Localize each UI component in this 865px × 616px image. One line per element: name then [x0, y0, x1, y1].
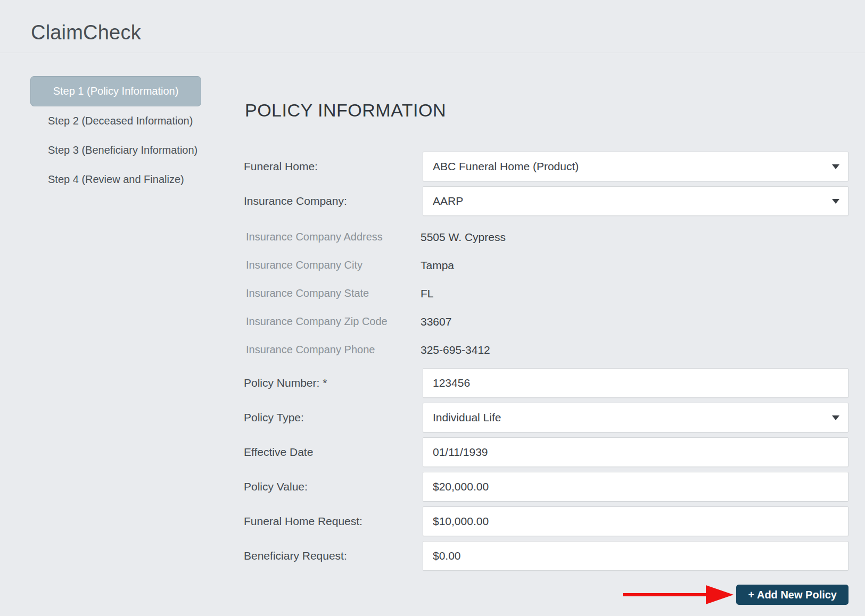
add-new-policy-button[interactable]: + Add New Policy	[736, 585, 848, 605]
sidebar-item-step-1[interactable]: Step 1 (Policy Information)	[30, 76, 201, 106]
chevron-down-icon	[832, 164, 839, 169]
insurance-company-row: Insurance Company: AARP	[244, 186, 848, 216]
funeral-home-request-label: Funeral Home Request:	[244, 515, 423, 528]
beneficiary-request-label: Beneficiary Request:	[244, 550, 423, 562]
chevron-down-icon	[832, 199, 839, 204]
step-1-label: Step 1 (Policy Information)	[53, 85, 179, 97]
sidebar-item-step-4[interactable]: Step 4 (Review and Finalize)	[30, 165, 201, 194]
insurance-zip-row: Insurance Company Zip Code 33607	[244, 307, 848, 336]
insurance-company-selected-value: AARP	[433, 195, 463, 207]
step-4-label: Step 4 (Review and Finalize)	[48, 173, 184, 186]
insurance-state-row: Insurance Company State FL	[244, 279, 848, 307]
policy-value-row: Policy Value:	[244, 472, 848, 502]
policy-type-row: Policy Type: Individual Life	[244, 403, 848, 432]
form-actions: + Add New Policy	[244, 585, 848, 605]
funeral-home-request-input[interactable]	[423, 506, 848, 536]
funeral-home-select[interactable]: ABC Funeral Home (Product)	[423, 152, 848, 181]
funeral-home-row: Funeral Home: ABC Funeral Home (Product)	[244, 152, 848, 181]
policy-information-form: POLICY INFORMATION Funeral Home: ABC Fun…	[244, 100, 848, 605]
insurance-zip-value: 33607	[421, 315, 451, 328]
insurance-zip-label: Insurance Company Zip Code	[244, 315, 421, 328]
insurance-address-label: Insurance Company Address	[244, 231, 421, 243]
insurance-city-label: Insurance Company City	[244, 259, 421, 271]
sidebar-item-step-3[interactable]: Step 3 (Beneficiary Information)	[30, 136, 201, 165]
effective-date-label: Effective Date	[244, 446, 423, 459]
insurance-company-label: Insurance Company:	[244, 195, 423, 207]
policy-type-label: Policy Type:	[244, 411, 423, 424]
insurance-city-value: Tampa	[421, 259, 454, 272]
insurance-city-row: Insurance Company City Tampa	[244, 251, 848, 279]
chevron-down-icon	[832, 415, 839, 420]
insurance-address-row: Insurance Company Address 5505 W. Cypres…	[244, 223, 848, 251]
effective-date-input[interactable]	[423, 437, 848, 467]
insurance-phone-row: Insurance Company Phone 325-695-3412	[244, 336, 848, 364]
funeral-home-selected-value: ABC Funeral Home (Product)	[433, 160, 579, 173]
beneficiary-request-input[interactable]	[423, 541, 848, 571]
insurance-phone-label: Insurance Company Phone	[244, 344, 421, 356]
effective-date-row: Effective Date	[244, 437, 848, 467]
insurance-company-details: Insurance Company Address 5505 W. Cypres…	[244, 223, 848, 364]
insurance-phone-value: 325-695-3412	[421, 344, 490, 356]
step-2-label: Step 2 (Deceased Information)	[48, 115, 193, 127]
sidebar-item-step-2[interactable]: Step 2 (Deceased Information)	[30, 106, 201, 136]
policy-value-input[interactable]	[423, 472, 848, 502]
annotation-arrow-icon	[623, 585, 734, 604]
insurance-address-value: 5505 W. Cypress	[421, 231, 506, 244]
policy-number-row: Policy Number: *	[244, 368, 848, 398]
policy-type-selected-value: Individual Life	[433, 411, 501, 424]
beneficiary-request-row: Beneficiary Request:	[244, 541, 848, 571]
insurance-company-select[interactable]: AARP	[423, 186, 848, 216]
policy-value-label: Policy Value:	[244, 480, 423, 493]
page-title: POLICY INFORMATION	[245, 100, 848, 121]
arrow-line	[623, 593, 706, 596]
policy-number-label: Policy Number: *	[244, 377, 423, 389]
insurance-state-label: Insurance Company State	[244, 287, 421, 299]
app-title: ClaimCheck	[31, 21, 141, 44]
funeral-home-request-row: Funeral Home Request:	[244, 506, 848, 536]
policy-number-input[interactable]	[423, 368, 848, 398]
arrow-head	[706, 585, 734, 604]
step-navigation: Step 1 (Policy Information) Step 2 (Dece…	[30, 76, 201, 194]
funeral-home-label: Funeral Home:	[244, 160, 423, 173]
step-3-label: Step 3 (Beneficiary Information)	[48, 144, 197, 156]
insurance-state-value: FL	[421, 287, 434, 300]
policy-type-select[interactable]: Individual Life	[423, 403, 848, 432]
app-header: ClaimCheck	[0, 0, 865, 53]
